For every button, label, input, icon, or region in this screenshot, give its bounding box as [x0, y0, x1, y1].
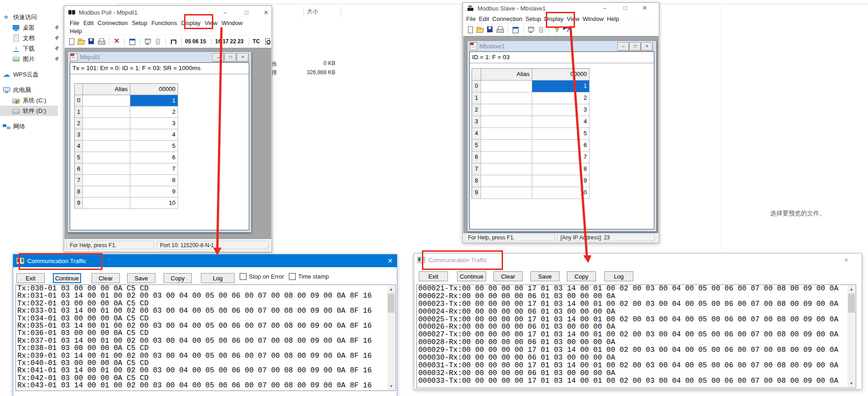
communication-icon[interactable]: [154, 38, 162, 45]
menu-item[interactable]: File: [70, 20, 79, 26]
traffic-log[interactable]: 000021-Tx:00 00 00 00 00 17 01 03 14 00 …: [416, 284, 856, 388]
sidebar-item[interactable]: 桌面: [0, 22, 58, 33]
traffic-button[interactable]: Log: [604, 271, 633, 281]
checkbox[interactable]: Time stamp: [289, 273, 329, 280]
sidebar-item[interactable]: 下载: [0, 43, 58, 54]
value-header[interactable]: 00000: [532, 69, 590, 81]
table-row[interactable]: 2 3: [75, 118, 178, 129]
scroll-thumb[interactable]: [388, 294, 395, 313]
scroll-up-icon[interactable]: ▲: [387, 285, 395, 293]
table-row[interactable]: 2 3: [472, 104, 590, 116]
new-file-icon[interactable]: [67, 38, 75, 45]
function-code-button[interactable]: 22: [230, 38, 236, 45]
table-row[interactable]: 0 1: [75, 95, 178, 107]
scrollbar[interactable]: ▲ ▼: [847, 285, 855, 387]
table-row[interactable]: 1 2: [472, 92, 590, 104]
save-icon[interactable]: [486, 26, 494, 33]
menu-item[interactable]: Help: [70, 28, 82, 35]
value-cell[interactable]: 2: [130, 107, 178, 118]
alias-cell[interactable]: [83, 152, 130, 163]
traffic-button[interactable]: Clear: [493, 271, 523, 281]
traffic-button[interactable]: Log: [201, 273, 235, 283]
print-icon[interactable]: [496, 26, 504, 33]
menu-item[interactable]: Connection: [98, 20, 128, 26]
sidebar-item[interactable]: 此电脑: [0, 85, 48, 95]
alias-cell[interactable]: [481, 81, 532, 92]
function-code-button[interactable]: 06: [192, 38, 198, 45]
value-cell[interactable]: 7: [130, 163, 178, 175]
sidebar-item[interactable]: 系统 (C:): [0, 95, 58, 106]
value-cell[interactable]: 7: [532, 152, 590, 163]
child-restore-icon[interactable]: □: [629, 42, 641, 51]
value-cell[interactable]: 2: [532, 92, 590, 104]
value-cell[interactable]: 10: [532, 187, 590, 199]
print-icon[interactable]: [98, 38, 105, 45]
alias-cell[interactable]: [481, 92, 532, 104]
value-cell[interactable]: 3: [130, 118, 178, 129]
minimize-icon[interactable]: –: [597, 3, 612, 13]
file-row[interactable]: 当 0 KB: [271, 59, 339, 68]
table-row[interactable]: 8 9: [75, 186, 178, 198]
sidebar-item[interactable]: WPS云盘: [0, 69, 48, 80]
table-row[interactable]: 3 4: [75, 129, 178, 141]
maximize-icon[interactable]: □: [618, 3, 632, 13]
communication-icon[interactable]: [537, 26, 545, 33]
scrollbar[interactable]: ▲ ▼: [387, 285, 395, 390]
value-cell[interactable]: 8: [130, 175, 178, 186]
alias-cell[interactable]: [83, 95, 130, 107]
value-cell[interactable]: 6: [532, 140, 590, 152]
traffic-button[interactable]: Clear: [92, 273, 120, 283]
menu-item[interactable]: Help: [607, 15, 619, 22]
table-row[interactable]: 9 10: [75, 198, 178, 209]
alias-cell[interactable]: [481, 163, 532, 175]
alias-cell[interactable]: [481, 140, 532, 152]
function-code-button[interactable]: 16: [215, 38, 221, 45]
scroll-down-icon[interactable]: ▼: [387, 382, 395, 390]
resize-grip[interactable]: ⋰: [265, 244, 270, 250]
sidebar-item[interactable]: 文档: [0, 33, 58, 43]
poll-definition-icon[interactable]: [144, 38, 152, 45]
alias-cell[interactable]: [481, 152, 532, 163]
sidebar-item[interactable]: 网络: [0, 121, 48, 132]
child-minimize-icon[interactable]: –: [617, 42, 629, 51]
setup-window-icon[interactable]: [128, 38, 136, 45]
checkbox[interactable]: Stop on Error: [240, 273, 284, 280]
table-row[interactable]: 7 8: [472, 163, 590, 175]
child-restore-icon[interactable]: □: [225, 53, 236, 62]
alias-cell[interactable]: [481, 187, 532, 199]
traffic-button[interactable]: Copy: [567, 271, 596, 281]
zoom-doc-icon[interactable]: [264, 38, 272, 45]
value-header[interactable]: 00000: [130, 84, 178, 95]
alias-cell[interactable]: [83, 118, 130, 129]
table-row[interactable]: 3 4: [472, 116, 590, 128]
menu-item[interactable]: Functions: [151, 20, 177, 26]
menu-item[interactable]: Edit: [479, 15, 489, 22]
new-file-icon[interactable]: [466, 26, 474, 33]
minimize-icon[interactable]: –: [218, 8, 232, 18]
traffic-button[interactable]: Save: [127, 273, 155, 283]
setup-window-icon[interactable]: [512, 26, 519, 33]
traffic-button[interactable]: Exit: [16, 273, 45, 283]
table-row[interactable]: 9 10: [472, 187, 590, 199]
close-icon[interactable]: ✕: [259, 8, 273, 18]
tc-button[interactable]: TC: [253, 38, 260, 45]
table-row[interactable]: 5 6: [75, 152, 178, 163]
alias-header[interactable]: Alias: [481, 69, 532, 81]
table-row[interactable]: 4 5: [472, 128, 590, 140]
save-icon[interactable]: [87, 38, 95, 45]
sidebar-item[interactable]: 软件 (D:): [0, 106, 58, 116]
child-close-icon[interactable]: ×: [641, 42, 653, 51]
scroll-thumb[interactable]: [848, 294, 855, 313]
value-cell[interactable]: 4: [130, 129, 178, 141]
function-code-button[interactable]: 17: [222, 38, 228, 45]
menu-item[interactable]: Window: [583, 15, 604, 22]
traffic-button[interactable]: Save: [530, 271, 560, 281]
value-cell[interactable]: 5: [532, 128, 590, 140]
alias-cell[interactable]: [83, 163, 130, 175]
menu-item[interactable]: File: [466, 15, 476, 22]
table-row[interactable]: 6 7: [472, 152, 590, 163]
value-cell[interactable]: 4: [532, 116, 590, 128]
menu-item[interactable]: Connection: [492, 15, 522, 22]
traffic-button[interactable]: Copy: [164, 273, 192, 283]
function-code-button[interactable]: 15: [200, 38, 206, 45]
